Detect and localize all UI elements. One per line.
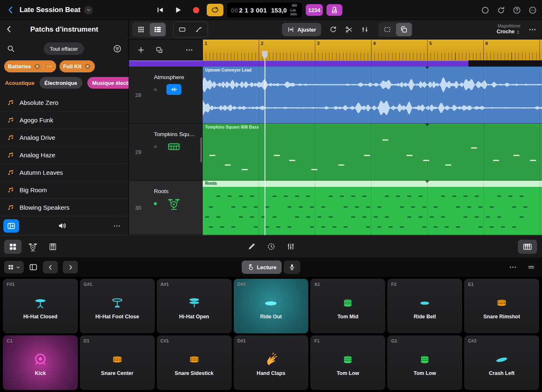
patch-list-item[interactable]: Analog Drive <box>0 129 129 146</box>
pads-more-button[interactable] <box>509 263 517 271</box>
chevron-right-icon <box>67 264 74 270</box>
automation-mode-button[interactable] <box>191 23 207 36</box>
microphone-button[interactable] <box>284 261 300 274</box>
drum-kit-icon <box>166 196 181 211</box>
pad-layout-selector[interactable] <box>4 261 24 273</box>
drum-pad-hi-hat-closed[interactable]: F#1Hi-Hat Closed <box>3 279 78 333</box>
region-tompkins-square-808-bass[interactable]: Tompkins Square 808 Bass <box>203 124 542 181</box>
loop-region-button[interactable] <box>325 23 341 36</box>
chevron-down-icon <box>16 265 20 270</box>
drum-pad-tom-low[interactable]: F1Tom Low <box>310 335 385 390</box>
duplicate-track-button[interactable] <box>151 43 167 57</box>
metronome-button[interactable] <box>327 4 342 16</box>
lcd-display[interactable]: 00 2 1 3 001 153,0 4/4 La♭ min <box>227 2 302 17</box>
clear-all-button[interactable]: Tout effacer <box>44 42 84 55</box>
snap-selector[interactable]: Magnétisme Croche <box>497 24 520 35</box>
cycle-button[interactable] <box>207 4 223 16</box>
patch-list-item[interactable]: Autumn Leaves <box>0 164 129 181</box>
tracks-more-button[interactable] <box>526 23 539 36</box>
pencil-tool-button[interactable] <box>247 242 256 251</box>
patch-list-item[interactable]: Analog Haze <box>0 146 129 164</box>
drum-pad-ride-bell[interactable]: F2Ride Bell <box>387 279 462 333</box>
filter-tag-full-kit[interactable]: Full Kit <box>59 60 95 72</box>
topbar-right <box>481 0 537 20</box>
filter-button[interactable] <box>113 44 122 53</box>
play-mode-button[interactable]: Lecture <box>242 261 282 274</box>
adjust-button[interactable]: Ajuster <box>282 23 321 36</box>
lcd-time-signature: 4/4 <box>292 3 297 8</box>
add-track-button[interactable] <box>133 43 149 57</box>
track-list-view-button[interactable] <box>150 23 166 36</box>
category-musique-electronique[interactable]: Musique électronique <box>87 77 129 89</box>
track-scrollbar[interactable] <box>200 137 202 162</box>
pad-label: Hi-Hat Open <box>157 314 232 320</box>
track-header-atmosphere[interactable]: 28 Atmosphere <box>129 67 203 124</box>
midi-transform-button[interactable] <box>357 23 373 36</box>
play-button[interactable] <box>171 3 185 17</box>
category-acoustique[interactable]: Acoustique <box>5 80 35 86</box>
region-uptown-conveyor-lead[interactable]: Uptown Conveyor Lead <box>203 67 542 124</box>
drum-pad-hi-hat-open[interactable]: A#1Hi-Hat Open <box>157 279 232 333</box>
track-list-more-button[interactable] <box>181 43 197 57</box>
bar-ruler[interactable]: 1234567 <box>203 40 542 60</box>
drum-pad-ride-out[interactable]: D#2Ride Out <box>234 279 309 333</box>
patch-list-item[interactable]: Blowing Speakers <box>0 199 129 216</box>
patch-list-item[interactable]: Absolute Zero <box>0 94 129 112</box>
region-roots[interactable]: Roots <box>203 181 542 235</box>
midi-note <box>351 196 355 197</box>
tag-more-icon[interactable] <box>46 63 52 69</box>
filter-tag-batteries[interactable]: Batteries <box>4 60 56 72</box>
browser-toggle-button[interactable] <box>3 219 19 233</box>
region-mode-button[interactable] <box>174 23 190 36</box>
keyboard-toggle-button[interactable] <box>518 240 537 254</box>
undo-button[interactable] <box>497 6 505 15</box>
pad-bank-previous-button[interactable] <box>43 261 58 273</box>
region-purple-partial[interactable] <box>129 60 468 67</box>
drum-pad-hi-hat-foot-close[interactable]: G#1Hi-Hat Foot Close <box>80 279 155 333</box>
midi-note <box>441 196 445 197</box>
split-button[interactable] <box>341 23 357 36</box>
pads-header: Lecture <box>0 258 542 277</box>
drum-pad-kick[interactable]: C1Kick <box>3 335 78 390</box>
patch-list-item[interactable]: Big Room <box>0 181 129 199</box>
category-electronique[interactable]: Électronique <box>40 77 82 89</box>
grid-view-button[interactable] <box>133 23 149 36</box>
project-menu-button[interactable] <box>84 6 93 15</box>
search-button[interactable] <box>7 45 15 53</box>
project-title[interactable]: Late Session Beat <box>20 6 80 14</box>
mixer-button[interactable] <box>286 242 295 251</box>
tom-icon <box>418 352 432 367</box>
back-button[interactable] <box>6 3 16 17</box>
drum-pad-hand-claps[interactable]: D#1Hand Claps <box>234 335 309 390</box>
quantize-button[interactable] <box>267 242 275 251</box>
go-to-beginning-button[interactable] <box>153 3 167 17</box>
drum-pad-snare-center[interactable]: D1Snare Center <box>80 335 155 390</box>
more-options-button[interactable] <box>528 6 537 15</box>
patch-list-item[interactable]: Agogo Funk <box>0 112 129 129</box>
record-button[interactable] <box>189 3 203 17</box>
activity-ring-button[interactable] <box>481 6 490 15</box>
preview-volume-button[interactable] <box>57 221 67 231</box>
help-button[interactable] <box>512 6 521 15</box>
remove-tag-icon[interactable] <box>34 63 41 70</box>
drum-kit-view-button[interactable] <box>24 240 42 254</box>
remove-tag-icon[interactable] <box>84 63 91 70</box>
track-header-tompkins[interactable]: 29 Tompkins Squ… <box>129 124 203 181</box>
copy-button[interactable] <box>396 23 412 36</box>
keys-view-button[interactable] <box>44 240 62 254</box>
transport-controls: 00 2 1 3 001 153,0 4/4 La♭ min 1234 <box>153 0 342 20</box>
loop-marker <box>425 124 429 126</box>
drum-pad-tom-mid[interactable]: A1Tom Mid <box>310 279 385 333</box>
pads-view-button[interactable] <box>4 240 22 254</box>
browser-more-button[interactable] <box>113 222 121 230</box>
drum-pad-crash-left[interactable]: C#2Crash Left <box>464 335 539 390</box>
drum-pad-tom-low[interactable]: G1Tom Low <box>387 335 462 390</box>
count-in-button[interactable]: 1234 <box>306 4 323 16</box>
drum-pad-snare-sidestick[interactable]: C#1Snare Sidestick <box>157 335 232 390</box>
pad-bank-next-button[interactable] <box>63 261 78 273</box>
panel-resize-handle[interactable] <box>526 263 536 271</box>
marquee-button[interactable] <box>379 23 395 36</box>
pads-sidebar-toggle-button[interactable] <box>29 263 38 272</box>
drum-pad-snare-rimshot[interactable]: E1Snare Rimshot <box>464 279 539 333</box>
track-header-roots[interactable]: 30 Roots <box>129 181 203 235</box>
